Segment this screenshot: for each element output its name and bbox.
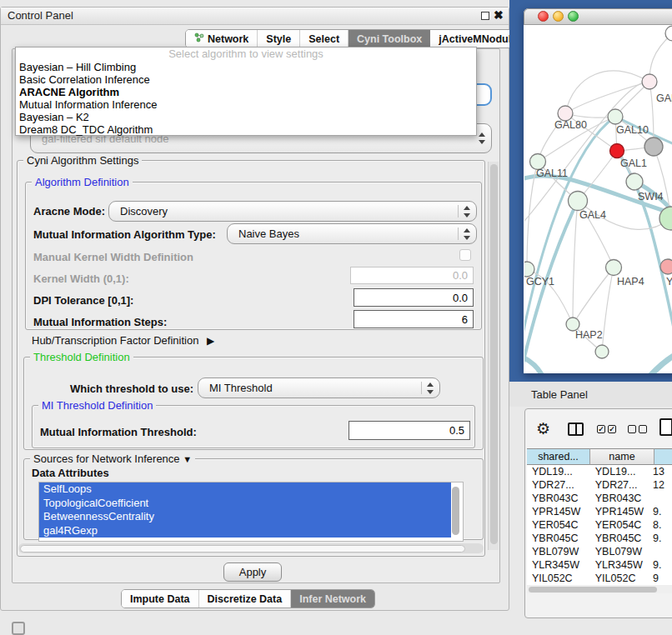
list-item[interactable]: TopologicalCoefficient [39, 497, 451, 511]
checked-box-icon: ✓ [597, 425, 605, 433]
tab-label: Select [308, 33, 339, 45]
collapse-down-icon[interactable]: ▼ [183, 454, 192, 464]
tab-network[interactable]: Network [186, 30, 258, 48]
algorithm-option[interactable]: Mutual Information Inference [16, 98, 476, 111]
tab-impute-data[interactable]: Impute Data [122, 590, 199, 608]
network-node-gcy1[interactable] [524, 262, 534, 277]
algorithm-placeholder: Select algorithm to view settings [16, 48, 476, 61]
table-cell: YPR145W [527, 505, 590, 518]
network-edge [617, 151, 672, 362]
apply-button[interactable]: Apply [223, 562, 282, 582]
algorithm-option[interactable]: Bayesian – Hill Climbing [16, 61, 476, 73]
list-item[interactable]: gal4RGexp [39, 524, 451, 538]
manual-kernel-label: Manual Kernel Width Definition [33, 251, 193, 263]
scrollbar-thumb[interactable] [20, 545, 465, 552]
tab-label: Discretize Data [208, 593, 283, 605]
table-cell: YBR045C [527, 532, 590, 545]
table-cell: YIL052C [527, 572, 590, 585]
table-row[interactable]: YIL052CYIL052C9 [527, 572, 672, 585]
bottom-tabs: Impute Data Discretize Data Infer Networ… [121, 589, 375, 608]
table-horizontal-scrollbar[interactable] [527, 585, 672, 593]
list-item[interactable]: SelfLoops [39, 482, 451, 497]
tab-select[interactable]: Select [300, 30, 349, 48]
tab-label: Style [266, 33, 291, 45]
network-node[interactable] [595, 345, 609, 358]
network-node-hap4[interactable] [606, 260, 622, 276]
list-scrollbar-thumb[interactable] [452, 487, 459, 535]
select-all-icon[interactable]: ✓ ✓ [597, 425, 616, 433]
algorithm-option-selected[interactable]: ARACNE Algorithm [16, 86, 476, 98]
tab-style[interactable]: Style [258, 30, 300, 48]
mi-algorithm-type-combo[interactable]: Naive Bayes [227, 223, 477, 244]
table-cell [649, 492, 672, 505]
table-row[interactable]: YLR345WYLR345W9. [527, 558, 672, 572]
network-node-y[interactable] [660, 259, 672, 274]
split-column-view-icon[interactable] [568, 422, 584, 436]
tab-infer-network[interactable]: Infer Network [291, 590, 374, 608]
list-item[interactable]: BetweennessCentrality [39, 510, 451, 524]
minimized-panel-icon[interactable] [12, 622, 25, 635]
deselect-all-icon[interactable] [628, 425, 647, 433]
mac-zoom-button[interactable] [568, 11, 579, 22]
mac-minimize-button[interactable] [553, 11, 564, 22]
node-label: HAP2 [575, 329, 603, 341]
settings-horizontal-scrollbar[interactable] [18, 543, 484, 553]
dpi-tolerance-field[interactable]: 0.0 [354, 288, 474, 307]
settings-vertical-scrollbar[interactable] [488, 162, 499, 550]
tab-discretize-data[interactable]: Discretize Data [199, 590, 292, 608]
network-node-swi4[interactable] [626, 173, 643, 190]
table-row[interactable]: YBR045CYBR045C9. [527, 532, 672, 545]
table-row[interactable]: YBL079WYBL079W [527, 545, 672, 558]
network-icon [194, 32, 204, 45]
network-view-content[interactable]: GALGAL80GAL10GAL1GAL11SWI4GAL4GCY1HAP4YH… [524, 25, 672, 373]
table-panel-title: Table Panel [531, 388, 588, 401]
column-header-clipped[interactable] [654, 448, 672, 465]
network-node-gal4[interactable] [569, 192, 588, 211]
expand-right-icon[interactable]: ▶ [207, 335, 214, 347]
node-label: GAL80 [554, 119, 587, 131]
aracne-mode-combo[interactable]: Discovery [108, 201, 477, 222]
network-node-gal1[interactable] [610, 144, 624, 158]
table-row[interactable]: YDR27...YDR27...12 [527, 478, 672, 492]
mi-algorithm-type-label: Mutual Information Algorithm Type: [33, 228, 216, 241]
network-node-gal10[interactable] [608, 109, 623, 124]
algorithm-option[interactable]: Bayesian – K2 [16, 111, 476, 123]
scrollbar-thumb[interactable] [490, 164, 498, 544]
tab-label: Impute Data [130, 593, 190, 605]
manual-kernel-checkbox[interactable] [459, 249, 471, 261]
algorithm-option[interactable]: Basic Correlation Inference [16, 73, 476, 86]
settings-gear-icon[interactable]: ⚙ [536, 419, 550, 438]
column-header-shared-name[interactable]: shared... [527, 448, 590, 465]
table-row[interactable]: YBR043CYBR043C [527, 492, 672, 505]
table-cell: YLR345W [527, 558, 590, 572]
network-node[interactable] [644, 138, 663, 156]
mi-steps-field[interactable]: 6 [354, 310, 474, 328]
float-window-icon[interactable] [481, 12, 489, 20]
hub-definition-toggle[interactable]: Hub/Transcription Factor Definition ▶ [32, 334, 214, 347]
network-node-gal[interactable] [642, 74, 657, 89]
node-label: GAL1 [620, 158, 647, 169]
aracne-mode-value: Discovery [120, 205, 168, 218]
mac-close-button[interactable] [538, 11, 549, 22]
kernel-width-field[interactable]: 0.0 [350, 267, 474, 284]
table-row[interactable]: YER054CYER054C8. [527, 518, 672, 532]
table-row[interactable]: YPR145WYPR145W9. [527, 505, 672, 518]
which-threshold-combo[interactable]: MI Threshold [198, 378, 440, 398]
table-cell: 9. [649, 558, 672, 572]
sources-group-title[interactable]: Sources for Network Inference ▼ [30, 452, 195, 465]
mi-threshold-field[interactable]: 0.5 [349, 421, 470, 440]
tab-cyni-toolbox[interactable]: Cyni Toolbox [349, 30, 430, 48]
column-header-name[interactable]: name [590, 448, 654, 465]
table-cell: YER054C [590, 518, 649, 532]
table-cell: YBR045C [590, 532, 649, 545]
data-attributes-list[interactable]: SelfLoops TopologicalCoefficient Between… [38, 482, 464, 542]
screen: Control Panel ✖ Network Style Select Cyn… [0, 0, 672, 635]
scrollbar-thumb[interactable] [529, 587, 657, 592]
new-document-icon[interactable] [659, 418, 672, 436]
node-table-body[interactable]: YDL19...YDL19...13YDR27...YDR27...12YBR0… [527, 465, 672, 585]
algorithm-option[interactable]: Dream8 DC_TDC Algorithm [16, 123, 476, 136]
close-panel-icon[interactable]: ✖ [494, 8, 504, 22]
network-node[interactable] [665, 26, 672, 41]
control-panel-titlebar[interactable] [1, 8, 509, 25]
table-row[interactable]: YDL19...YDL19...13 [527, 465, 672, 478]
